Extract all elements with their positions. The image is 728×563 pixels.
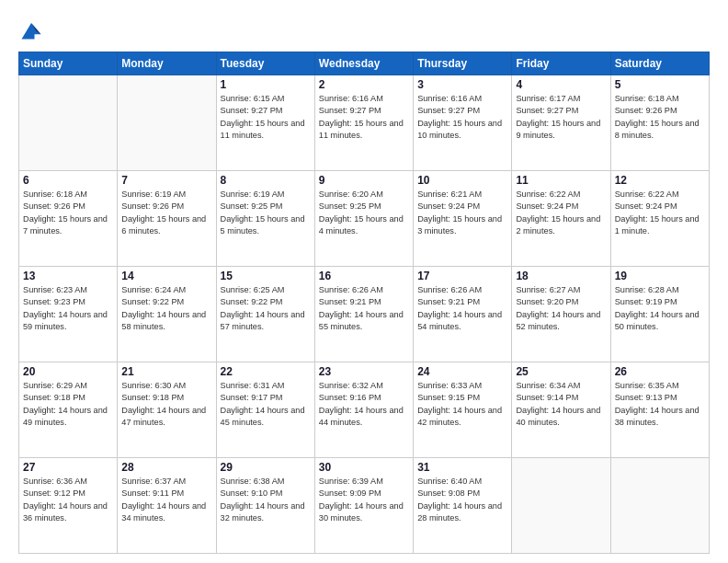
daylight-text: Daylight: 14 hours and 59 minutes.: [23, 309, 113, 334]
sunrise-text: Sunrise: 6:26 AM: [319, 284, 409, 296]
sunset-text: Sunset: 9:24 PM: [417, 201, 507, 213]
day-info: Sunrise: 6:26 AMSunset: 9:21 PMDaylight:…: [319, 284, 409, 333]
day-number: 27: [23, 461, 113, 474]
day-cell: 29Sunrise: 6:38 AMSunset: 9:10 PMDayligh…: [216, 458, 314, 554]
sunrise-text: Sunrise: 6:17 AM: [516, 93, 606, 105]
day-number: 20: [23, 365, 113, 378]
day-cell: 2Sunrise: 6:16 AMSunset: 9:27 PMDaylight…: [314, 75, 413, 171]
daylight-text: Daylight: 14 hours and 54 minutes.: [417, 309, 507, 334]
daylight-text: Daylight: 15 hours and 1 minute.: [615, 213, 705, 238]
day-number: 8: [221, 174, 311, 187]
sunrise-text: Sunrise: 6:18 AM: [615, 93, 705, 105]
day-cell: [118, 75, 216, 171]
day-number: 29: [221, 461, 311, 474]
sunset-text: Sunset: 9:15 PM: [417, 392, 507, 404]
sunrise-text: Sunrise: 6:15 AM: [221, 93, 311, 105]
header: [18, 17, 710, 42]
sunset-text: Sunset: 9:11 PM: [121, 488, 211, 500]
daylight-text: Daylight: 15 hours and 11 minutes.: [319, 118, 409, 143]
day-info: Sunrise: 6:28 AMSunset: 9:19 PMDaylight:…: [615, 284, 705, 333]
day-number: 19: [615, 270, 705, 282]
sunset-text: Sunset: 9:18 PM: [121, 392, 211, 404]
weekday-header-wednesday: Wednesday: [314, 52, 413, 75]
day-cell: 5Sunrise: 6:18 AMSunset: 9:26 PMDaylight…: [610, 75, 709, 171]
page: SundayMondayTuesdayWednesdayThursdayFrid…: [0, 0, 728, 563]
day-number: 6: [23, 174, 113, 187]
daylight-text: Daylight: 14 hours and 57 minutes.: [221, 309, 311, 334]
day-info: Sunrise: 6:23 AMSunset: 9:23 PMDaylight:…: [23, 284, 113, 333]
daylight-text: Daylight: 15 hours and 6 minutes.: [121, 213, 211, 238]
day-cell: 12Sunrise: 6:22 AMSunset: 9:24 PMDayligh…: [610, 171, 709, 267]
sunset-text: Sunset: 9:14 PM: [516, 392, 606, 404]
day-info: Sunrise: 6:25 AMSunset: 9:22 PMDaylight:…: [221, 284, 311, 333]
sunset-text: Sunset: 9:09 PM: [319, 488, 409, 500]
week-row-2: 13Sunrise: 6:23 AMSunset: 9:23 PMDayligh…: [19, 267, 710, 362]
daylight-text: Daylight: 14 hours and 50 minutes.: [615, 309, 705, 334]
sunset-text: Sunset: 9:24 PM: [615, 201, 705, 213]
day-cell: [610, 458, 709, 554]
daylight-text: Daylight: 15 hours and 5 minutes.: [221, 213, 311, 238]
day-number: 15: [221, 270, 311, 282]
day-info: Sunrise: 6:35 AMSunset: 9:13 PMDaylight:…: [615, 380, 705, 429]
day-info: Sunrise: 6:17 AMSunset: 9:27 PMDaylight:…: [516, 93, 606, 142]
daylight-text: Daylight: 14 hours and 32 minutes.: [221, 500, 311, 525]
logo: [18, 17, 48, 42]
day-info: Sunrise: 6:39 AMSunset: 9:09 PMDaylight:…: [319, 476, 409, 524]
day-cell: 23Sunrise: 6:32 AMSunset: 9:16 PMDayligh…: [314, 362, 413, 458]
daylight-text: Daylight: 15 hours and 10 minutes.: [417, 118, 507, 143]
daylight-text: Daylight: 14 hours and 38 minutes.: [615, 405, 705, 430]
sunrise-text: Sunrise: 6:36 AM: [23, 476, 113, 488]
sunrise-text: Sunrise: 6:37 AM: [121, 476, 211, 488]
day-info: Sunrise: 6:36 AMSunset: 9:12 PMDaylight:…: [23, 476, 113, 524]
day-cell: 31Sunrise: 6:40 AMSunset: 9:08 PMDayligh…: [414, 458, 512, 554]
day-number: 31: [417, 461, 507, 474]
day-cell: 19Sunrise: 6:28 AMSunset: 9:19 PMDayligh…: [610, 267, 709, 362]
day-cell: 11Sunrise: 6:22 AMSunset: 9:24 PMDayligh…: [512, 171, 610, 267]
day-info: Sunrise: 6:33 AMSunset: 9:15 PMDaylight:…: [417, 380, 507, 429]
day-info: Sunrise: 6:27 AMSunset: 9:20 PMDaylight:…: [516, 284, 606, 333]
day-cell: 3Sunrise: 6:16 AMSunset: 9:27 PMDaylight…: [414, 75, 512, 171]
sunset-text: Sunset: 9:21 PM: [319, 296, 409, 308]
sunrise-text: Sunrise: 6:22 AM: [615, 189, 705, 201]
day-cell: 6Sunrise: 6:18 AMSunset: 9:26 PMDaylight…: [19, 171, 118, 267]
sunrise-text: Sunrise: 6:33 AM: [417, 380, 507, 392]
day-cell: 13Sunrise: 6:23 AMSunset: 9:23 PMDayligh…: [19, 267, 118, 362]
day-info: Sunrise: 6:15 AMSunset: 9:27 PMDaylight:…: [221, 93, 311, 142]
daylight-text: Daylight: 14 hours and 30 minutes.: [319, 500, 409, 525]
sunset-text: Sunset: 9:22 PM: [221, 296, 311, 308]
sunrise-text: Sunrise: 6:16 AM: [319, 93, 409, 105]
sunset-text: Sunset: 9:27 PM: [417, 105, 507, 117]
daylight-text: Daylight: 15 hours and 4 minutes.: [319, 213, 409, 238]
day-cell: 21Sunrise: 6:30 AMSunset: 9:18 PMDayligh…: [118, 362, 216, 458]
sunset-text: Sunset: 9:22 PM: [121, 296, 211, 308]
sunrise-text: Sunrise: 6:40 AM: [417, 476, 507, 488]
day-info: Sunrise: 6:22 AMSunset: 9:24 PMDaylight:…: [516, 189, 606, 237]
sunrise-text: Sunrise: 6:23 AM: [23, 284, 113, 296]
day-number: 28: [121, 461, 211, 474]
day-cell: 17Sunrise: 6:26 AMSunset: 9:21 PMDayligh…: [414, 267, 512, 362]
sunset-text: Sunset: 9:17 PM: [221, 392, 311, 404]
calendar-table: SundayMondayTuesdayWednesdayThursdayFrid…: [18, 52, 710, 554]
day-number: 18: [516, 270, 606, 282]
day-info: Sunrise: 6:21 AMSunset: 9:24 PMDaylight:…: [417, 189, 507, 237]
sunset-text: Sunset: 9:19 PM: [615, 296, 705, 308]
day-number: 12: [615, 174, 705, 187]
day-info: Sunrise: 6:32 AMSunset: 9:16 PMDaylight:…: [319, 380, 409, 429]
sunset-text: Sunset: 9:24 PM: [516, 201, 606, 213]
day-number: 9: [319, 174, 409, 187]
day-info: Sunrise: 6:26 AMSunset: 9:21 PMDaylight:…: [417, 284, 507, 333]
sunset-text: Sunset: 9:25 PM: [221, 201, 311, 213]
day-info: Sunrise: 6:20 AMSunset: 9:25 PMDaylight:…: [319, 189, 409, 237]
weekday-header-sunday: Sunday: [19, 52, 118, 75]
day-number: 2: [319, 78, 409, 91]
day-number: 11: [516, 174, 606, 187]
sunset-text: Sunset: 9:27 PM: [319, 105, 409, 117]
sunset-text: Sunset: 9:26 PM: [615, 105, 705, 117]
sunset-text: Sunset: 9:27 PM: [221, 105, 311, 117]
sunrise-text: Sunrise: 6:34 AM: [516, 380, 606, 392]
day-cell: 28Sunrise: 6:37 AMSunset: 9:11 PMDayligh…: [118, 458, 216, 554]
sunrise-text: Sunrise: 6:16 AM: [417, 93, 507, 105]
sunrise-text: Sunrise: 6:35 AM: [615, 380, 705, 392]
daylight-text: Daylight: 15 hours and 11 minutes.: [221, 118, 311, 143]
weekday-header-tuesday: Tuesday: [216, 52, 314, 75]
